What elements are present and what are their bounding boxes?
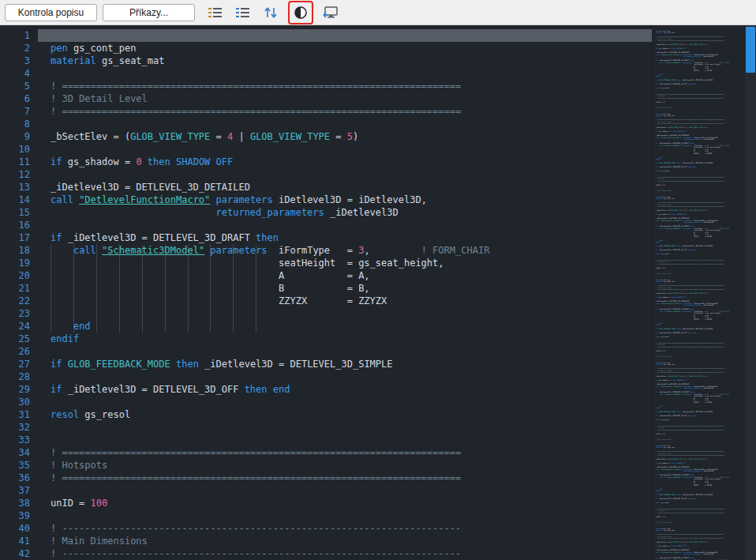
code-line[interactable]: 3material gs_seat_mat <box>0 54 652 67</box>
code-line[interactable]: 9_bSectElev = (GLOB_VIEW_TYPE = 4 | GLOB… <box>0 130 652 143</box>
line-number: 6 <box>0 92 38 105</box>
code-line[interactable]: 33 <box>0 434 652 446</box>
line-number: 9 <box>0 130 38 143</box>
code-line[interactable]: 5! =====================================… <box>0 80 652 92</box>
code-line[interactable]: 7! =====================================… <box>0 105 652 118</box>
line-number: 1 <box>0 29 38 42</box>
code-line[interactable]: 39 <box>0 509 652 522</box>
check-description-button[interactable]: Kontrola popisu <box>5 4 97 21</box>
code-line[interactable]: 21 B = B, <box>0 282 652 295</box>
minimap-content: pen gs_cont_penmaterial gs_seat_mat! ===… <box>652 25 745 560</box>
contrast-icon <box>294 6 308 20</box>
code-line[interactable]: 35! Hotspots <box>0 459 652 472</box>
line-number: 30 <box>0 396 38 408</box>
code-line[interactable]: 6! 3D Detail Level <box>0 92 652 105</box>
line-number: 41 <box>0 535 38 547</box>
line-number: 23 <box>0 307 38 320</box>
line-number: 38 <box>0 497 38 509</box>
screen-sync-button[interactable] <box>320 3 341 22</box>
line-number: 32 <box>0 421 38 434</box>
code-line[interactable]: 2pen gs_cont_pen <box>0 42 652 54</box>
line-number: 36 <box>0 472 38 484</box>
code-line[interactable]: 19 seatHeight = gs_seat_height, <box>0 257 652 269</box>
parameter-transfer-button[interactable] <box>260 3 281 22</box>
line-number: 18 <box>0 244 38 257</box>
code-line[interactable]: 30 <box>0 396 652 408</box>
code-line[interactable]: 8 <box>0 118 652 130</box>
code-line[interactable]: 41! Main Dimensions <box>0 535 652 547</box>
line-number: 14 <box>0 194 38 206</box>
minimap[interactable]: pen gs_cont_penmaterial gs_seat_mat! ===… <box>651 25 745 560</box>
contrast-toggle-button[interactable] <box>290 3 311 22</box>
code-line[interactable]: 17if _iDetlevel3D = DETLEVEL_3D_DRAFT th… <box>0 231 652 244</box>
code-line[interactable]: 18 call "Schematic3DModel" parameters iF… <box>0 244 652 257</box>
line-number: 21 <box>0 282 38 295</box>
line-number: 37 <box>0 484 38 497</box>
code-line[interactable]: 12 <box>0 168 652 181</box>
line-number: 10 <box>0 143 38 156</box>
vertical-scrollbar[interactable] <box>745 25 756 560</box>
ordered-list-icon <box>235 6 251 20</box>
screen-sync-icon <box>322 6 339 20</box>
line-number: 11 <box>0 156 38 168</box>
toolbar: Kontrola popisu Příkazy... <box>0 0 756 25</box>
code-line[interactable]: 15 returned_parameters _iDetlevel3D <box>0 206 652 219</box>
line-number: 27 <box>0 358 38 370</box>
highlight-frame <box>288 1 313 24</box>
line-number: 2 <box>0 42 38 54</box>
annotation-list-button[interactable] <box>205 3 226 22</box>
code-line[interactable]: 22 ZZYZX = ZZYZX <box>0 295 652 307</box>
code-line[interactable]: 26 <box>0 345 652 358</box>
code-line[interactable]: 36! ====================================… <box>0 472 652 484</box>
code-line[interactable]: 10 <box>0 143 652 156</box>
scrollbar-thumb[interactable] <box>746 27 755 73</box>
code-line[interactable]: 14call "DetlevelFunctionMacro" parameter… <box>0 194 652 206</box>
line-number: 35 <box>0 459 38 472</box>
line-number: 29 <box>0 383 38 396</box>
line-number: 12 <box>0 168 38 181</box>
line-number: 26 <box>0 345 38 358</box>
code-lines: 12pen gs_cont_pen3material gs_seat_mat45… <box>0 29 652 560</box>
code-area[interactable]: 12pen gs_cont_pen3material gs_seat_mat45… <box>0 25 652 560</box>
code-line[interactable]: 34! ====================================… <box>0 446 652 459</box>
code-line[interactable]: 20 A = A, <box>0 269 652 282</box>
code-line[interactable]: 32 <box>0 421 652 434</box>
line-number: 40 <box>0 522 38 535</box>
code-line[interactable]: 28 <box>0 370 652 383</box>
code-line[interactable]: 4 <box>0 67 652 80</box>
line-number: 13 <box>0 181 38 194</box>
toolbar-icon-group <box>205 1 341 24</box>
code-line[interactable]: 29if _iDetlevel3D = DETLEVEL_3D_OFF then… <box>0 383 652 396</box>
line-number: 34 <box>0 446 38 459</box>
line-number: 16 <box>0 219 38 231</box>
code-line[interactable]: 40! ------------------------------------… <box>0 522 652 535</box>
code-line[interactable]: 37 <box>0 484 652 497</box>
code-line[interactable]: 16 <box>0 219 652 231</box>
code-editor[interactable]: 12pen gs_cont_pen3material gs_seat_mat45… <box>0 25 756 560</box>
code-line[interactable]: 24 end <box>0 320 652 333</box>
code-line[interactable]: 38unID = 100 <box>0 497 652 509</box>
code-line[interactable]: 42! ------------------------------------… <box>0 547 652 560</box>
line-number: 15 <box>0 206 38 219</box>
line-number: 25 <box>0 333 38 345</box>
line-number: 31 <box>0 408 38 421</box>
line-number: 39 <box>0 509 38 522</box>
parameter-transfer-icon <box>263 6 279 20</box>
line-number: 24 <box>0 320 38 333</box>
line-number: 4 <box>0 67 38 80</box>
code-line[interactable]: 27if GLOB_FEEDBACK_MODE then _iDetlevel3… <box>0 358 652 370</box>
line-number: 42 <box>0 547 38 560</box>
ordered-list-button[interactable] <box>233 3 253 22</box>
code-line[interactable]: 13_iDetlevel3D = DETLEVEL_3D_DETAILED <box>0 181 652 194</box>
line-number: 22 <box>0 295 38 307</box>
commands-button[interactable]: Příkazy... <box>103 4 195 21</box>
code-line[interactable]: 31resol gs_resol <box>0 408 652 421</box>
code-line[interactable]: 11if gs_shadow = 0 then SHADOW OFF <box>0 156 652 168</box>
annotation-list-icon <box>208 6 223 20</box>
code-line[interactable]: 23 <box>0 307 652 320</box>
line-number: 8 <box>0 118 38 130</box>
code-line[interactable]: 25endif <box>0 333 652 345</box>
line-number: 20 <box>0 269 38 282</box>
line-number: 5 <box>0 80 38 92</box>
code-line[interactable]: 1 <box>0 29 652 42</box>
